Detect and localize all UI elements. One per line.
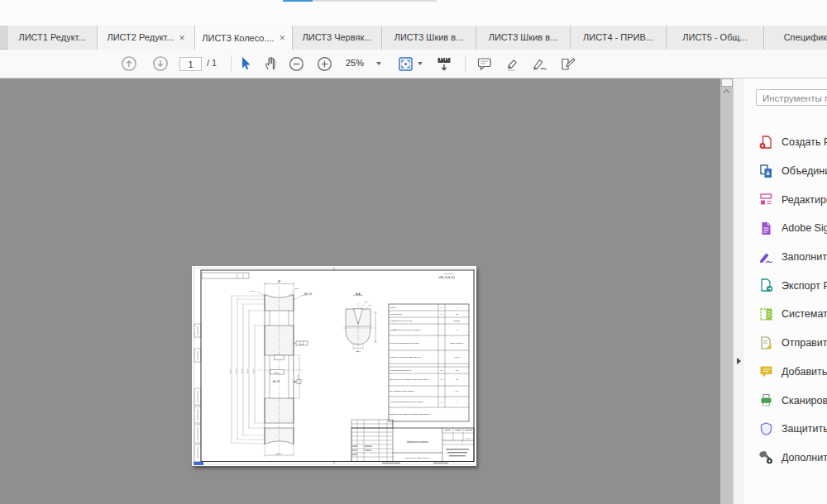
- svg-text:82: 82: [456, 313, 458, 315]
- loading-bar-track: [313, 0, 437, 2]
- roughness-note: √Ra 6,3 (√): [438, 274, 456, 279]
- svg-text:125: 125: [456, 369, 460, 371]
- dimension-labels-left: Ø356 Ø344 Ø336 Ø328 Ø318: [229, 368, 254, 374]
- tab-list5-obshch[interactable]: ЛИСТ5 - Общ...: [667, 26, 764, 50]
- export-pdf-icon: [758, 278, 774, 293]
- scrollbar-up-icon[interactable]: [722, 88, 731, 94]
- svg-text:А: А: [298, 381, 300, 383]
- fill-sign-icon: [758, 250, 774, 265]
- tolerance-frame: 0,05: [294, 341, 308, 345]
- tab-list2-reduktor[interactable]: ЛИСТ2 Редукт...×: [98, 26, 195, 50]
- svg-text:Коэффициент смещения червяка: Коэффициент смещения червяка: [390, 329, 421, 330]
- svg-text:x: x: [440, 329, 442, 330]
- svg-text:Вид сопряженного червяка: Вид сопряженного червяка: [390, 390, 415, 392]
- zoom-level-value[interactable]: 25%: [346, 58, 364, 68]
- panel-gutter: [733, 78, 744, 504]
- fit-dropdown-caret[interactable]: [418, 62, 423, 65]
- combine-files-icon: [758, 164, 774, 179]
- local-roughness-top: √Ra 1,6: [294, 292, 312, 301]
- tools-panel: Создать PDF Объединить файлы Редактирова…: [744, 78, 827, 504]
- tab-list3-chervyak[interactable]: ЛИСТ3 Червяк...: [293, 26, 382, 50]
- tool-organize-pages[interactable]: Систематизировать страницы: [744, 300, 827, 329]
- tools-search-input[interactable]: [757, 91, 827, 106]
- svg-text:80: 80: [456, 378, 458, 380]
- page-count-label: / 1: [207, 58, 217, 68]
- scrolling-mode-button[interactable]: [436, 55, 452, 73]
- tool-more-tools[interactable]: Дополнительные инструменты: [744, 444, 827, 473]
- svg-text:Ø95: Ø95: [297, 374, 299, 379]
- svg-text:R0,4: R0,4: [365, 301, 369, 303]
- organize-pages-icon: [758, 307, 774, 322]
- tool-add-comment[interactable]: Добавить комментарий: [744, 358, 827, 387]
- tool-combine-files[interactable]: Объединить файлы: [744, 157, 827, 186]
- svg-text:Делительный диаметр червячного: Делительный диаметр червячного колеса: [390, 378, 429, 380]
- svg-text:Степень точности ГОСТ 3675-81: Степень точности ГОСТ 3675-81: [390, 356, 422, 358]
- svg-text:−1: −1: [456, 329, 458, 330]
- fill-sign-tool-icon[interactable]: [532, 56, 550, 72]
- tab-list1-reduktor[interactable]: ЛИСТ1 Редукт...: [7, 26, 98, 50]
- page-number-input[interactable]: [179, 57, 202, 71]
- fit-page-button[interactable]: [398, 56, 414, 72]
- highlight-tool-icon[interactable]: [504, 56, 521, 72]
- document-viewport[interactable]: √Ra 6,3 (√): [0, 78, 733, 504]
- acrobat-window: ЛИСТ1 Редукт... ЛИСТ2 Редукт...× ЛИСТ3 К…: [0, 0, 827, 504]
- svg-text:√Ra 1,6: √Ra 1,6: [304, 292, 312, 296]
- pdf-page[interactable]: √Ra 6,3 (√): [192, 266, 476, 466]
- svg-text:Ø318: Ø318: [252, 368, 254, 374]
- loading-bar-progress: [283, 0, 313, 2]
- detail-label: А-А: [355, 292, 361, 296]
- toolbar-divider: [465, 55, 466, 72]
- tools-search-box[interactable]: [756, 89, 827, 106]
- svg-text:z₁: z₁: [440, 401, 442, 402]
- tool-export-pdf[interactable]: Экспорт PDF: [744, 271, 827, 300]
- tool-scan-ocr[interactable]: Сканировать и распознать: [744, 386, 827, 415]
- tool-create-pdf[interactable]: Создать PDF: [744, 128, 827, 157]
- vertical-scrollbar[interactable]: [720, 78, 733, 504]
- svg-text:d₂: d₂: [441, 378, 442, 380]
- svg-text:Обозначение чертежа сопряженно: Обозначение чертежа сопряженного колеса: [390, 413, 431, 415]
- svg-text:Ø42H7: Ø42H7: [275, 453, 283, 455]
- panel-collapse-arrow-icon[interactable]: [737, 358, 741, 364]
- zoom-in-button[interactable]: [317, 56, 332, 72]
- comment-tool-icon[interactable]: [476, 56, 493, 72]
- svg-text:Ø70H7: Ø70H7: [274, 372, 281, 373]
- select-tool-icon[interactable]: [240, 56, 253, 72]
- local-roughness-mid: √Ra 1,6: [272, 380, 280, 383]
- scrollbar-thumb[interactable]: [721, 78, 733, 87]
- svg-text:7-в-в-С: 7-в-в-С: [454, 356, 461, 358]
- tab-spetsifikatsiya[interactable]: Специфик...: [764, 26, 827, 50]
- zoom-out-button[interactable]: [289, 56, 304, 72]
- tool-edit-pdf[interactable]: Редактировать PDF: [744, 185, 827, 214]
- svg-text:Ø356: Ø356: [229, 368, 231, 374]
- svg-text:4: 4: [457, 307, 458, 308]
- tab-close-icon[interactable]: ×: [179, 33, 185, 43]
- detail-view: А-А R0,4 R2 Ø6,3: [342, 292, 377, 354]
- tab-list4-privod[interactable]: ЛИСТ4 - ПРИВ...: [571, 26, 667, 50]
- tab-list3-shkiv-1[interactable]: ЛИСТ3 Шкив в...: [382, 26, 476, 50]
- tab-list3-koleso[interactable]: ЛИСТ3 Колесо....×: [195, 26, 293, 50]
- tool-adobe-sign[interactable]: Adobe Sign: [744, 214, 827, 243]
- zoom-dropdown-caret[interactable]: [376, 62, 381, 65]
- svg-text:1: 1: [457, 401, 458, 402]
- tab-list3-shkiv-2[interactable]: ЛИСТ3 Шкив в...: [476, 26, 571, 50]
- svg-text:z₂: z₂: [440, 313, 442, 315]
- hand-tool-icon[interactable]: [263, 55, 280, 72]
- svg-text:aw: aw: [441, 369, 443, 371]
- svg-text:42: 42: [278, 280, 280, 283]
- tool-fill-sign[interactable]: Заполнить и подписать: [744, 243, 827, 272]
- previous-page-button[interactable]: [121, 55, 137, 72]
- tool-protect[interactable]: Защитить: [744, 415, 827, 444]
- svg-text:—: —: [440, 390, 443, 392]
- add-comment-icon: [758, 364, 774, 379]
- next-page-button[interactable]: [152, 55, 169, 72]
- title-block: Червячное колесо Сталь 20Х ГОСТ 4543-71 …: [351, 420, 474, 462]
- tab-close-icon[interactable]: ×: [280, 33, 285, 43]
- page-link-highlight[interactable]: [194, 462, 203, 465]
- part-name: Червячное колесо: [407, 440, 428, 444]
- datum-flag: А: [294, 380, 301, 384]
- dimension-right: Ø95: [289, 355, 301, 398]
- parameter-table: Модульm4 Число зубьевz₂82 Направление ли…: [389, 304, 469, 421]
- svg-text:Межосевое расстояние: Межосевое расстояние: [390, 369, 413, 371]
- tool-send-for-review[interactable]: Отправить на рецензирование: [744, 329, 827, 358]
- sign-document-tool-icon[interactable]: [560, 56, 578, 72]
